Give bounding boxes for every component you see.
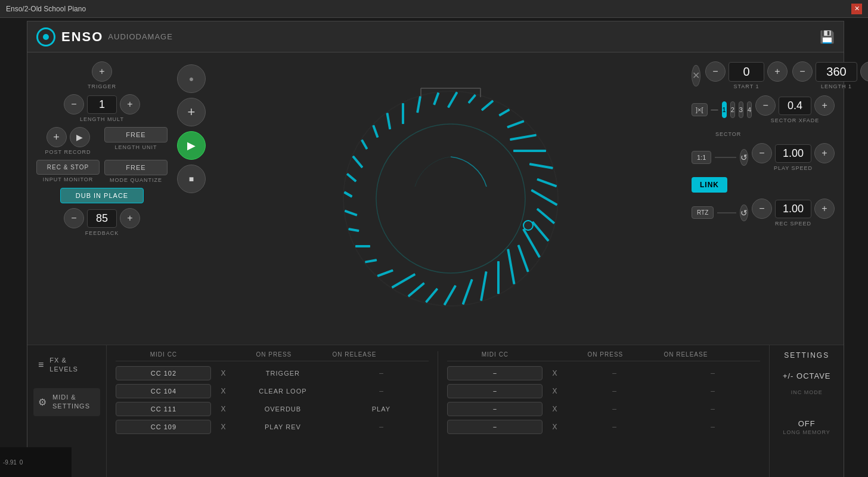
sector-xfade-label: SECTOR XFADE xyxy=(771,117,819,123)
svg-rect-17 xyxy=(507,120,525,128)
viz-container xyxy=(337,85,564,312)
length-unit-button[interactable]: FREE xyxy=(104,127,168,143)
feedback-control: − 85 + FEEDBACK xyxy=(36,208,168,236)
transport-column: ● + ▶ ■ xyxy=(173,61,209,336)
play-speed-label: PLAY SPEED xyxy=(774,165,813,171)
midi-x-4[interactable]: X xyxy=(214,423,232,431)
midi-right-cc-1-button[interactable]: − xyxy=(447,366,542,380)
sector-xfade-value: 0.4 xyxy=(779,97,811,115)
play-button[interactable]: ▶ xyxy=(177,131,206,160)
meter-value2: 0 xyxy=(20,459,23,466)
right-midi-cc-header: MIDI CC xyxy=(447,351,542,358)
bracket-button[interactable]: ]×[ xyxy=(692,103,708,116)
mode-quantize-control: FREE MODE QUANTIZE xyxy=(104,160,168,183)
svg-rect-27 xyxy=(507,249,515,284)
long-memory-label: LONG MEMORY xyxy=(783,429,830,435)
post-record-label: POST RECORD xyxy=(45,149,91,155)
svg-point-0 xyxy=(343,91,558,306)
play-speed-reset-button[interactable]: ↺ xyxy=(740,149,748,166)
length-mult-minus-button[interactable]: − xyxy=(64,94,84,114)
midi-cc-109-button[interactable]: CC 109 xyxy=(116,420,211,434)
midi-right-row-1: − X − − xyxy=(447,366,760,380)
meter-value: -9.91 xyxy=(3,459,17,466)
midi-right-x-2[interactable]: X xyxy=(545,387,563,395)
start1-minus-button[interactable]: − xyxy=(705,61,726,82)
stop-button[interactable]: ■ xyxy=(177,165,206,193)
play-speed-value: 1.00 xyxy=(775,144,811,163)
right-on-press-header: ON PRESS xyxy=(560,351,650,358)
midi-cc-104-button[interactable]: CC 104 xyxy=(116,384,211,398)
svg-rect-13 xyxy=(447,91,457,108)
midi-right-cc-4-button[interactable]: − xyxy=(447,420,542,434)
rec-speed-minus-button[interactable]: − xyxy=(752,199,772,219)
input-monitor-label: INPUT MONITOR xyxy=(43,176,94,182)
center-visualizer xyxy=(215,61,686,336)
sector-xfade-minus-button[interactable]: − xyxy=(755,95,776,116)
close-button[interactable]: ✕ xyxy=(851,4,862,14)
midi-right-x-3[interactable]: X xyxy=(545,405,563,413)
mode-quantize-button[interactable]: FREE xyxy=(104,160,168,175)
midi-x-3[interactable]: X xyxy=(214,405,232,413)
length1-minus-button[interactable]: − xyxy=(792,61,813,82)
length-mult-plus-button[interactable]: + xyxy=(120,94,140,114)
midi-right-release-2: − xyxy=(665,386,760,396)
trigger-plus-button[interactable]: + xyxy=(92,61,112,82)
fx-levels-item[interactable]: ≡ FX &LEVELS xyxy=(33,351,100,379)
midi-right-cc-3-button[interactable]: − xyxy=(447,402,542,416)
rec-speed-reset-button[interactable]: ↺ xyxy=(740,205,748,221)
rec-stop-button[interactable]: REC & STOP xyxy=(36,160,100,175)
midi-right-press-3: − xyxy=(566,404,662,414)
midi-right-cc-2-button[interactable]: − xyxy=(447,384,542,398)
midi-settings-icon: ⚙ xyxy=(38,397,46,408)
feedback-minus-button[interactable]: − xyxy=(64,208,84,228)
window-title: Enso/2-Old School Piano xyxy=(6,5,86,13)
length1-plus-button[interactable]: + xyxy=(860,61,868,82)
midi-left-row-4: CC 109 X PLAY REV − xyxy=(116,420,429,434)
link-button[interactable]: LINK xyxy=(692,177,727,193)
post-record-play-button[interactable]: ▶ xyxy=(70,127,90,147)
left-midi-cc-header: MIDI CC xyxy=(116,351,211,358)
svg-rect-39 xyxy=(344,210,357,216)
sector-xfade-plus-button[interactable]: + xyxy=(814,95,835,116)
svg-rect-14 xyxy=(467,94,476,104)
rec-speed-label: REC SPEED xyxy=(775,221,811,227)
midi-x-1[interactable]: X xyxy=(214,369,232,377)
right-on-release-header: ON RELEASE xyxy=(650,351,721,358)
midi-cc-102-button[interactable]: CC 102 xyxy=(116,366,211,380)
midi-settings-item[interactable]: ⚙ MIDI &SETTINGS xyxy=(33,388,100,416)
length-unit-label: LENGTH UNIT xyxy=(114,144,157,150)
start1-plus-button[interactable]: + xyxy=(767,61,788,82)
midi-right-release-4: − xyxy=(665,422,760,432)
start1-label: START 1 xyxy=(733,83,759,89)
midi-cc-111-button[interactable]: CC 111 xyxy=(116,402,211,416)
plugin-container: ENSO AUDIODAMAGE 💾 + TRIGGER − 1 + LENGT… xyxy=(27,21,844,477)
midi-play-rev-action: PLAY REV xyxy=(235,423,330,430)
record-button[interactable]: ● xyxy=(177,64,206,93)
svg-rect-29 xyxy=(480,271,488,301)
add-button[interactable]: + xyxy=(177,98,206,126)
play-speed-minus-button[interactable]: − xyxy=(752,143,772,163)
midi-left-table: MIDI CC ON PRESS ON RELEASE CC 102 X TRI… xyxy=(116,351,438,477)
fx-levels-icon: ≡ xyxy=(38,360,44,370)
play-speed-plus-button[interactable]: + xyxy=(814,143,835,163)
dub-in-place-button[interactable]: DUB IN PLACE xyxy=(60,188,144,203)
sector-2-button[interactable]: 2 xyxy=(730,101,735,118)
svg-rect-6 xyxy=(352,156,363,169)
sector-1-button[interactable]: 1 xyxy=(722,101,727,118)
sector-3-button[interactable]: 3 xyxy=(739,101,743,118)
x-button[interactable]: ✕ xyxy=(692,65,700,86)
play-speed-row: 1:1 ↺ − 1.00 + PLAY SPEED xyxy=(692,143,835,171)
long-memory-setting: OFF LONG MEMORY xyxy=(779,416,835,438)
left-controls: + TRIGGER − 1 + LENGTH MULT + ▶ xyxy=(36,61,168,336)
midi-x-2[interactable]: X xyxy=(214,387,232,395)
svg-rect-20 xyxy=(529,163,553,169)
post-record-plus-button[interactable]: + xyxy=(46,127,67,147)
midi-right-x-1[interactable]: X xyxy=(545,369,563,377)
rec-speed-plus-button[interactable]: + xyxy=(814,199,835,219)
ratio-display: 1:1 xyxy=(692,151,711,164)
feedback-plus-button[interactable]: + xyxy=(120,208,140,228)
midi-right-x-4[interactable]: X xyxy=(545,423,563,431)
rtz-button[interactable]: RTZ xyxy=(692,206,714,219)
sector-4-button[interactable]: 4 xyxy=(747,101,752,118)
save-icon[interactable]: 💾 xyxy=(820,30,835,44)
